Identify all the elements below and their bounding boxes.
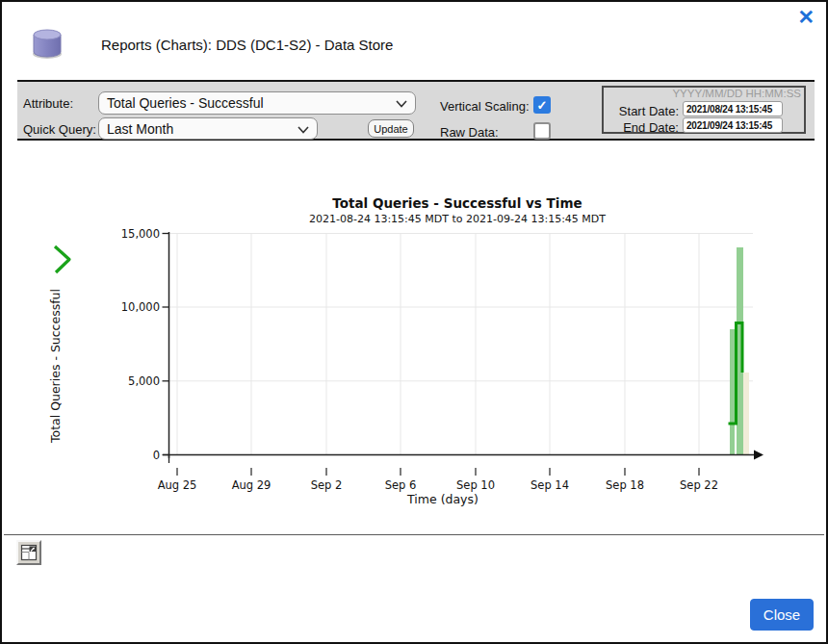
chart-subtitle: 2021-08-24 13:15:45 MDT to 2021-09-24 13…: [309, 213, 606, 225]
range-bar: [730, 329, 735, 454]
start-date-input[interactable]: [683, 101, 783, 116]
x-tick-label: Sep 18: [606, 478, 644, 492]
x-tick-label: Sep 22: [680, 478, 718, 492]
vertical-scaling-label: Vertical Scaling:: [440, 99, 530, 114]
chevron-down-icon: [396, 100, 407, 108]
date-range-group: YYYY/MM/DD HH:MM:SS Start Date: End Date…: [602, 86, 806, 134]
checkmark-icon: ✓: [537, 99, 548, 112]
x-tick-label: Sep 14: [530, 478, 569, 492]
quick-query-select[interactable]: Last Month: [98, 117, 318, 140]
x-tick-label: Sep 10: [456, 478, 495, 492]
vertical-scaling-checkbox[interactable]: ✓: [533, 96, 551, 114]
reports-chart-dialog: ✕ Reports (Charts): DDS (DC1-S2) - Data …: [0, 0, 828, 644]
x-tick-label: Sep 6: [385, 478, 417, 492]
x-tick-label: Sep 2: [311, 478, 343, 492]
raw-data-checkbox[interactable]: [533, 122, 551, 140]
date-format-hint: YYYY/MM/DD HH:MM:SS: [672, 88, 801, 99]
end-date-input[interactable]: [683, 117, 783, 133]
attribute-label: Attribute:: [23, 96, 73, 111]
y-axis-label: Total Queries - Successful: [48, 289, 63, 444]
close-button[interactable]: Close: [750, 599, 814, 631]
divider: [4, 534, 824, 535]
update-button[interactable]: Update: [368, 119, 414, 138]
line-chart-icon: [55, 246, 69, 272]
toolbar: Attribute: Total Queries - Successful Qu…: [17, 80, 815, 141]
quick-query-select-value: Last Month: [107, 121, 173, 137]
database-icon: [29, 26, 65, 64]
start-date-label: Start Date:: [604, 104, 679, 118]
x-ticks: [177, 468, 699, 476]
chart-title: Total Queries - Successful vs Time: [332, 195, 582, 211]
attribute-select[interactable]: Total Queries - Successful: [98, 91, 416, 115]
raw-data-label: Raw Data:: [440, 125, 499, 140]
gridlines: [168, 233, 753, 454]
end-date-label: End Date:: [604, 120, 679, 135]
y-tick-label: 5,000: [128, 374, 160, 388]
quick-query-label: Quick Query:: [23, 122, 96, 137]
attribute-select-value: Total Queries - Successful: [107, 95, 264, 111]
x-tick-label: Aug 25: [158, 478, 197, 492]
y-tick-label: 10,000: [121, 300, 160, 314]
open-in-new-window-icon: [20, 544, 38, 561]
y-tick-label: 0: [153, 449, 160, 462]
close-icon[interactable]: ✕: [797, 6, 815, 29]
dialog-title: Reports (Charts): DDS (DC1-S2) - Data St…: [101, 37, 393, 53]
x-axis-label: Time (days): [406, 492, 479, 506]
chart: Total Queries - Successful vs Time 2021-…: [2, 146, 828, 531]
chevron-down-icon: [298, 126, 309, 134]
export-chart-button[interactable]: [16, 540, 41, 565]
x-axis-arrow: [754, 451, 763, 460]
x-tick-label: Aug 29: [232, 478, 272, 492]
y-ticks: [163, 234, 169, 464]
y-tick-label: 15,000: [121, 227, 160, 241]
